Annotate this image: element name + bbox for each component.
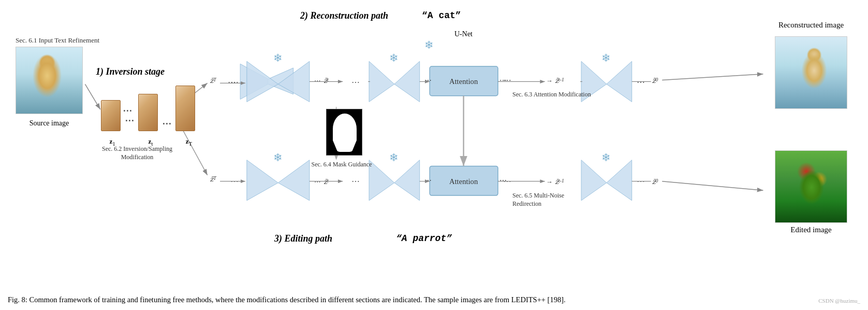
svg-marker-22 — [607, 61, 632, 102]
svg-text:z̄T: z̄T — [210, 77, 217, 84]
main-container: ⋯ ⋯ z̄T ⋯ ⋯ z̃t — [0, 0, 868, 310]
svg-marker-8 — [268, 68, 293, 94]
svg-text:⋯: ⋯ — [351, 78, 360, 87]
svg-marker-28 — [247, 160, 278, 201]
svg-rect-52 — [430, 66, 498, 96]
svg-text:⋯: ⋯ — [228, 78, 236, 87]
source-cat-image — [16, 47, 82, 114]
svg-text:⋯: ⋯ — [314, 77, 320, 84]
svg-text:❄: ❄ — [273, 151, 283, 164]
sec62-label: Sec. 6.2 Inversion/Sampling Modification — [96, 145, 179, 161]
noise-blocks: ⋯ ⋯ — [101, 86, 195, 131]
svg-marker-7 — [240, 64, 268, 99]
a-cat-quote-top: “A cat” — [422, 10, 461, 21]
svg-marker-35 — [394, 160, 420, 201]
svg-text:Attention: Attention — [449, 77, 478, 86]
svg-rect-54 — [430, 166, 498, 195]
a-parrot-quote: “A parrot” — [396, 233, 452, 244]
svg-text:❄: ❄ — [424, 39, 434, 51]
edited-parrot-image — [775, 151, 847, 222]
zT-label: zT — [179, 137, 199, 147]
sec61-label: Sec. 6.1 Input Text Refinement — [16, 36, 99, 45]
svg-text:⋯: ⋯ — [230, 78, 239, 87]
svg-text:⋯: ⋯ — [424, 177, 432, 185]
svg-text:→: → — [546, 77, 553, 84]
svg-text:z̃t: z̃t — [323, 77, 329, 84]
svg-text:❄: ❄ — [273, 52, 283, 64]
svg-text:⋯: ⋯ — [499, 177, 507, 185]
sec63-label: Sec. 6.3 Attention Modification — [512, 91, 591, 99]
source-image — [16, 47, 83, 114]
svg-text:→: → — [546, 178, 553, 186]
svg-text:❄: ❄ — [601, 151, 611, 164]
reconstructed-cat-image — [775, 37, 847, 108]
svg-marker-13 — [278, 61, 310, 102]
reconstruction-title: 2) Reconstruction path — [300, 10, 388, 21]
mask-guidance-label: Sec. 6.4 Mask Guidance — [305, 161, 378, 168]
svg-line-3 — [85, 84, 100, 109]
figure-caption: Fig. 8: Common framework of training and… — [8, 294, 847, 306]
svg-line-27 — [662, 74, 763, 80]
svg-text:Attention: Attention — [449, 177, 478, 186]
noise-block-T — [175, 86, 195, 131]
svg-text:❄: ❄ — [389, 151, 399, 164]
svg-marker-39 — [607, 160, 632, 201]
source-image-label: Source image — [16, 119, 83, 128]
svg-text:z̄t: z̄t — [323, 178, 329, 186]
svg-marker-9 — [268, 79, 276, 84]
editing-title: 3) Editing path — [274, 233, 332, 244]
watermark: CSDN @huzimu_ — [818, 298, 860, 304]
svg-marker-12 — [247, 61, 278, 102]
edited-image — [775, 150, 847, 223]
svg-text:⋯: ⋯ — [351, 177, 360, 186]
svg-text:⋯: ⋯ — [314, 178, 320, 186]
svg-text:❄: ❄ — [601, 52, 611, 64]
svg-text:z̄T: z̄T — [210, 175, 217, 183]
mask-image — [326, 109, 362, 156]
svg-text:⋯: ⋯ — [230, 177, 239, 186]
mask-cat-silhouette — [333, 114, 357, 152]
svg-text:⋯: ⋯ — [503, 76, 511, 84]
edited-image-label: Edited image — [775, 226, 847, 234]
svg-text:z̃t-1: z̃t-1 — [555, 77, 564, 84]
noise-block-1 — [101, 100, 121, 131]
svg-text:⋯: ⋯ — [637, 177, 645, 186]
svg-text:⋯: ⋯ — [637, 78, 645, 87]
diagram-area: ⋯ ⋯ z̄T ⋯ ⋯ z̃t — [10, 5, 858, 259]
svg-text:❄: ❄ — [389, 52, 399, 64]
svg-text:⋯: ⋯ — [499, 77, 507, 84]
svg-text:⋯: ⋯ — [503, 177, 511, 186]
mask-cat-image — [327, 109, 362, 155]
svg-marker-18 — [394, 61, 420, 102]
svg-text:z̃0: z̃0 — [652, 77, 658, 84]
svg-text:z̄t-1: z̄t-1 — [555, 178, 564, 186]
dots-between-blocks-2: ⋯ — [162, 118, 171, 129]
svg-line-44 — [662, 181, 763, 191]
svg-marker-17 — [369, 61, 394, 102]
unet-label: U-Net — [454, 30, 473, 38]
sec65-label: Sec. 6.5 Multi-Noise Redirection — [512, 192, 564, 208]
inversion-title: 1) Inversion stage — [96, 66, 165, 77]
reconstructed-label: Reconstructed image — [775, 21, 847, 30]
reconstructed-image — [775, 36, 847, 109]
svg-marker-38 — [581, 160, 607, 201]
svg-text:⋯: ⋯ — [424, 77, 432, 84]
noise-block-t — [138, 94, 158, 131]
svg-marker-29 — [278, 160, 310, 201]
svg-text:z̄0: z̄0 — [652, 178, 658, 186]
diagram-svg: ⋯ ⋯ z̄T ⋯ ⋯ z̃t — [10, 5, 858, 259]
dots-between-blocks: ⋯ — [125, 115, 134, 126]
